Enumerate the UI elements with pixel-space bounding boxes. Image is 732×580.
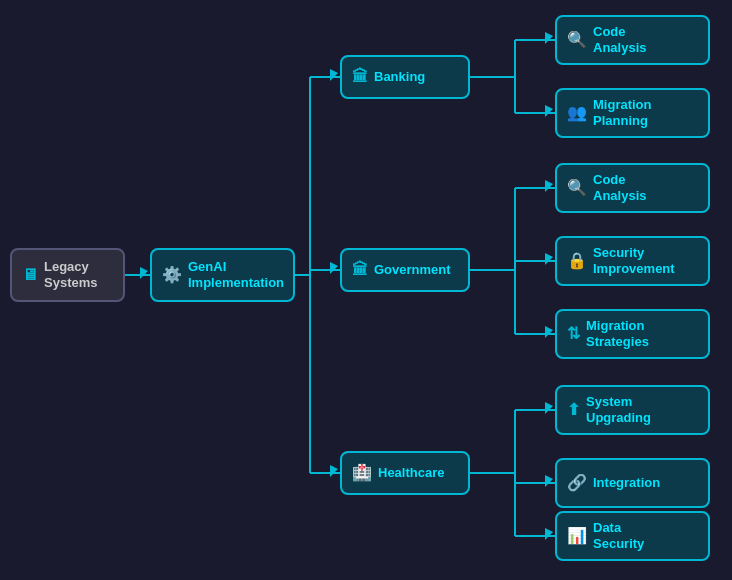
svg-marker-32 — [140, 267, 148, 279]
banking-code-icon: 🔍 — [567, 30, 587, 51]
health-datasec-icon: 📊 — [567, 526, 587, 547]
genai-label: GenAIImplementation — [188, 259, 284, 290]
healthcare-icon: 🏥 — [352, 463, 372, 484]
banking-code-label: CodeAnalysis — [593, 24, 646, 55]
health-integration-label: Integration — [593, 475, 660, 491]
genai-icon: ⚙️ — [162, 265, 182, 286]
banking-icon: 🏛 — [352, 67, 368, 88]
svg-marker-23 — [330, 465, 338, 477]
svg-marker-28 — [545, 326, 553, 338]
gov-security-icon: 🔒 — [567, 251, 587, 272]
health-integration-node[interactable]: 🔗 Integration — [555, 458, 710, 508]
legacy-systems-node[interactable]: 🖥 Legacy Systems — [10, 248, 125, 302]
genai-node[interactable]: ⚙️ GenAIImplementation — [150, 248, 295, 302]
gov-code-analysis-node[interactable]: 🔍 CodeAnalysis — [555, 163, 710, 213]
svg-marker-29 — [545, 402, 553, 414]
svg-marker-30 — [545, 475, 553, 487]
health-upgrading-node[interactable]: ⬆ SystemUpgrading — [555, 385, 710, 435]
svg-marker-26 — [545, 180, 553, 192]
health-integration-icon: 🔗 — [567, 473, 587, 494]
gov-security-label: SecurityImprovement — [593, 245, 675, 276]
banking-migration-icon: 👥 — [567, 103, 587, 124]
svg-marker-27 — [545, 253, 553, 265]
banking-migration-label: MigrationPlanning — [593, 97, 652, 128]
banking-node[interactable]: 🏛 Banking — [340, 55, 470, 99]
gov-migration-icon: ⇅ — [567, 324, 580, 345]
legacy-label: Legacy Systems — [44, 259, 113, 290]
healthcare-label: Healthcare — [378, 465, 444, 482]
gov-code-icon: 🔍 — [567, 178, 587, 199]
svg-marker-24 — [545, 32, 553, 44]
healthcare-node[interactable]: 🏥 Healthcare — [340, 451, 470, 495]
government-label: Government — [374, 262, 451, 279]
gov-code-label: CodeAnalysis — [593, 172, 646, 203]
government-node[interactable]: 🏛 Government — [340, 248, 470, 292]
gov-security-node[interactable]: 🔒 SecurityImprovement — [555, 236, 710, 286]
health-upgrading-label: SystemUpgrading — [586, 394, 651, 425]
diagram: 🖥 Legacy Systems ⚙️ GenAIImplementation … — [0, 0, 732, 580]
health-datasec-label: DataSecurity — [593, 520, 644, 551]
svg-marker-25 — [545, 105, 553, 117]
government-icon: 🏛 — [352, 260, 368, 281]
legacy-icon: 🖥 — [22, 265, 38, 286]
svg-marker-31 — [545, 528, 553, 540]
banking-migration-node[interactable]: 👥 MigrationPlanning — [555, 88, 710, 138]
gov-migration-node[interactable]: ⇅ MigrationStrategies — [555, 309, 710, 359]
gov-migration-label: MigrationStrategies — [586, 318, 649, 349]
health-datasec-node[interactable]: 📊 DataSecurity — [555, 511, 710, 561]
svg-marker-21 — [330, 69, 338, 81]
banking-code-analysis-node[interactable]: 🔍 CodeAnalysis — [555, 15, 710, 65]
banking-label: Banking — [374, 69, 425, 86]
health-upgrading-icon: ⬆ — [567, 400, 580, 421]
svg-marker-22 — [330, 262, 338, 274]
